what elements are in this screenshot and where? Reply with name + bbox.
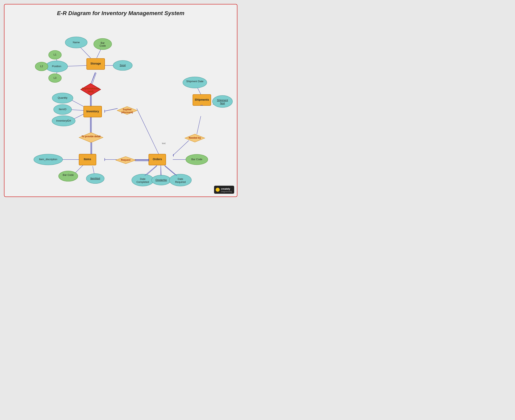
attr-date-completed-label2: Completed — [136, 180, 149, 183]
rel-supplied-label2: (discount) — [121, 111, 133, 114]
attr-date-completed-label: Date — [140, 177, 146, 180]
attr-l2-label: L2 — [40, 65, 43, 68]
attr-shipment-date-label: Shipment Date — [186, 80, 204, 83]
attr-quantity-label: Quantity — [58, 96, 68, 99]
svg-line-50 — [145, 165, 157, 176]
entity-items-label: Items — [84, 158, 91, 161]
rel-neededby-label: Needed by — [189, 136, 201, 139]
rel-toprovide-label: To provide detail — [81, 135, 100, 138]
entity-storage-label: Storage — [91, 62, 101, 65]
attr-name-label: Name — [73, 41, 80, 44]
svg-line-30 — [197, 116, 201, 134]
attr-barcode-items-label: Bar Code — [63, 173, 74, 176]
attr-shipment-no-label2: No# — [220, 102, 225, 105]
attr-inventoryid-label: InventoryID# — [56, 119, 71, 122]
attr-l1-label: L1 — [54, 53, 56, 56]
svg-line-52 — [164, 165, 177, 176]
svg-line-44 — [105, 109, 117, 111]
attr-shipment-no-label: Shipment — [217, 99, 228, 102]
attr-sno-label: Sno# — [120, 64, 126, 67]
attr-barcode-top-label: Bar — [100, 41, 105, 45]
watermark: creately Diagramming — [214, 186, 234, 194]
watermark-brand: creately — [221, 188, 230, 190]
rel-replenishment-label: Replenishment — [82, 87, 99, 90]
attr-date-required-label2: Required — [175, 180, 186, 183]
attr-orderno-label: OrederNo — [155, 179, 167, 181]
attr-barcode-orders-label: Bar Code — [191, 158, 202, 161]
watermark-bulb-icon — [216, 188, 220, 192]
attr-position-label: Position — [52, 65, 61, 68]
entity-shipments-label: Shipments — [195, 98, 209, 101]
attr-itemid-label: ItemID — [59, 108, 66, 111]
svg-line-27 — [165, 166, 177, 176]
diagram-container: E-R Diagram for Inventory Management Sys… — [4, 4, 237, 197]
rel-request-label: Request — [121, 158, 130, 161]
attr-date-required-label: Date — [178, 177, 183, 180]
entity-orders-label: Orders — [153, 158, 162, 161]
attr-barcode-top-label2: Code — [100, 44, 106, 47]
rel-replenishment-label2: (add) — [88, 90, 93, 93]
rel-supplied-label: Suplied — [123, 108, 131, 111]
attr-l3-label: L3 — [54, 76, 56, 79]
watermark-sub: Diagramming — [221, 190, 232, 193]
svg-text:text: text — [162, 142, 166, 144]
attr-itemno-label: ItemNo# — [90, 177, 100, 180]
attr-item-desc-label: Item_discription — [39, 158, 57, 161]
entity-inventory-label: Inventory — [86, 110, 99, 113]
svg-line-29 — [173, 141, 189, 156]
svg-line-14 — [137, 109, 161, 158]
